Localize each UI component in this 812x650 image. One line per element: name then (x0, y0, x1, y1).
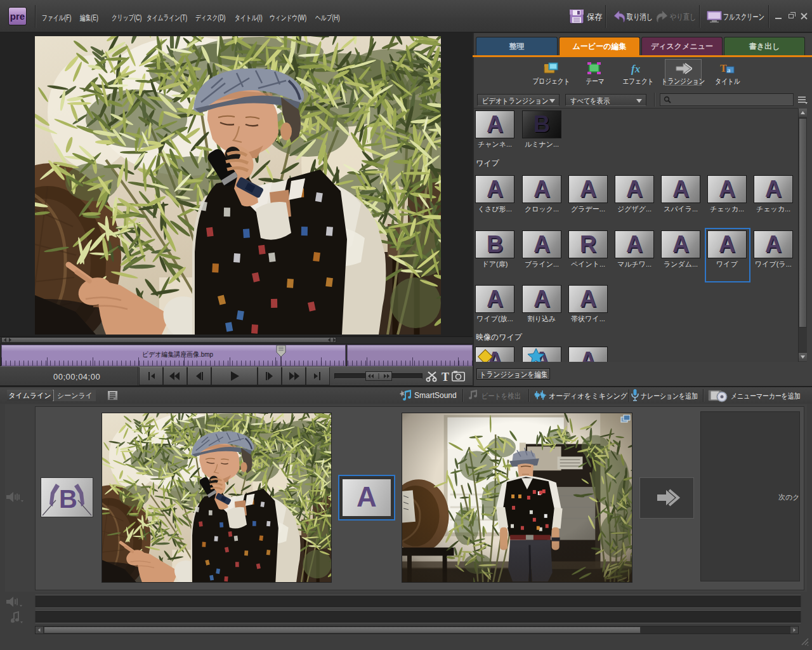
svg-text:B: B (59, 485, 77, 513)
svg-text:a: a (727, 66, 731, 74)
svg-text:fx: fx (631, 63, 641, 75)
svg-text:T: T (720, 63, 727, 74)
